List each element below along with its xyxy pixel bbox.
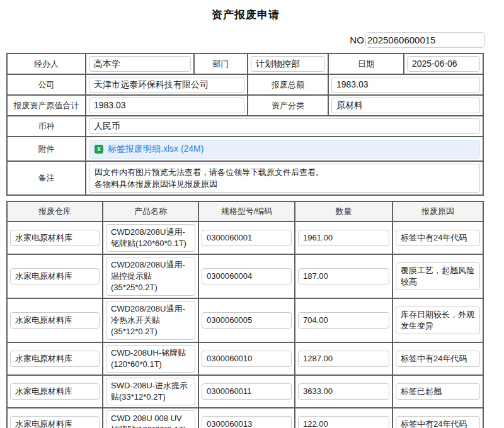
- asset-scrap-application-page: 资产报废申请 NO.2025060600015 经办人 高本学 部门 计划物控部…: [6, 0, 485, 428]
- warehouse-input[interactable]: 水家电原材料库: [10, 268, 100, 284]
- original-total-label: 报废资产原值合计: [7, 95, 86, 116]
- currency-label: 币种: [7, 116, 86, 137]
- item-row: 水家电原材料库 SWD-208U-进水提示贴(33*12*0.2T) 03000…: [7, 375, 483, 408]
- form-row-remark: 备注 因文件内有图片预览无法查看，请各位领导下载原文件后查看。 各物料具体报废原…: [7, 161, 483, 195]
- code-input[interactable]: 0300060005: [202, 312, 292, 329]
- remark-label: 备注: [7, 161, 86, 195]
- scrap-items-table: 报废仓库 产品名称 规格型号/编码 数量 报废原因 水家电原材料库 CWD208…: [6, 201, 484, 428]
- form-row-original-total: 报废资产原值合计 1983.03 资产分类 原材料: [7, 95, 483, 116]
- product-input[interactable]: SWD-208U-进水提示贴(33*12*0.2T): [106, 378, 195, 405]
- remark-textarea[interactable]: 因文件内有图片预览无法查看，请各位领导下载原文件后查看。 各物料具体报废原因详见…: [89, 164, 480, 193]
- doc-number-label: NO.: [350, 35, 367, 45]
- code-input[interactable]: 0300060011: [202, 383, 292, 400]
- handler-input[interactable]: 高本学: [89, 56, 191, 72]
- header-warehouse: 报废仓库: [7, 201, 103, 222]
- items-header-row: 报废仓库 产品名称 规格型号/编码 数量 报废原因: [7, 201, 483, 222]
- date-label: 日期: [328, 54, 404, 74]
- reason-input[interactable]: 标签中有24年代码: [396, 230, 480, 246]
- asset-category-label: 资产分类: [248, 95, 328, 116]
- code-input[interactable]: 0300060013: [202, 416, 292, 428]
- dept-cell: 计划物控部: [248, 54, 328, 74]
- scrap-total-label: 报废总额: [248, 74, 328, 95]
- code-input[interactable]: 0300060010: [202, 351, 292, 367]
- product-input[interactable]: CWD208/208U通用-温控提示贴(35*25*0.2T): [106, 257, 195, 296]
- reason-input[interactable]: 覆膜工艺，起翘风险较高: [396, 262, 480, 290]
- attachment-cell: x 标签报废明细.xlsx (24M): [86, 137, 483, 161]
- product-input[interactable]: CWD 208U 008 UV 铭牌贴(120*60*0.1T): [106, 410, 195, 428]
- reason-input[interactable]: 库存日期较长，外观发生变异: [396, 307, 480, 334]
- item-row: 水家电原材料库 CWD208/208U通用-温控提示贴(35*25*0.2T) …: [7, 254, 483, 298]
- item-row: 水家电原材料库 CWD 208U 008 UV 铭牌贴(120*60*0.1T)…: [7, 408, 483, 428]
- product-input[interactable]: CWD208/208U通用-铭牌贴(120*60*0.1T): [106, 224, 195, 252]
- date-cell: 2025-06-06: [404, 54, 483, 74]
- warehouse-input[interactable]: 水家电原材料库: [10, 230, 100, 246]
- doc-number-input[interactable]: 2025060600015: [365, 32, 485, 48]
- page-title: 资产报废申请: [6, 8, 485, 22]
- product-input[interactable]: CWD208/208U通用-冷热水开关贴(35*12*0.2T): [106, 301, 195, 340]
- header-code: 规格型号/编码: [198, 201, 295, 222]
- asset-category-cell: 原材料: [328, 95, 483, 116]
- dept-input[interactable]: 计划物控部: [251, 56, 325, 72]
- header-qty: 数量: [295, 201, 392, 222]
- form-table: 经办人 高本学 部门 计划物控部 日期 2025-06-06 公司 天津市远泰环…: [6, 53, 484, 196]
- warehouse-input[interactable]: 水家电原材料库: [10, 351, 100, 367]
- attachment-label: 附件: [7, 137, 86, 161]
- original-total-input[interactable]: 1983.03: [89, 98, 244, 113]
- remark-line-1: 因文件内有图片预览无法查看，请各位领导下载原文件后查看。: [94, 166, 474, 178]
- header-product: 产品名称: [103, 201, 198, 222]
- doc-number-row: NO.2025060600015: [6, 32, 485, 48]
- reason-input[interactable]: 标签中有24年代码: [396, 416, 480, 428]
- form-row-currency: 币种 人民币: [7, 116, 483, 137]
- currency-cell: 人民币: [86, 116, 483, 137]
- attachment-link[interactable]: 标签报废明细.xlsx (24M): [108, 144, 203, 155]
- original-total-cell: 1983.03: [86, 95, 248, 116]
- product-input[interactable]: CWD-208UH-铭牌贴(120*60*0.1T): [106, 345, 195, 373]
- reason-input[interactable]: 标签中有24年代码: [396, 351, 480, 367]
- qty-input[interactable]: 122.00: [298, 416, 389, 428]
- form-row-attachment: 附件 x 标签报废明细.xlsx (24M): [7, 137, 483, 161]
- dept-label: 部门: [194, 54, 248, 74]
- code-input[interactable]: 0300060001: [202, 230, 292, 246]
- attachment-field: x 标签报废明细.xlsx (24M): [89, 140, 480, 159]
- qty-input[interactable]: 1287.00: [298, 351, 389, 367]
- header-reason: 报废原因: [392, 201, 483, 222]
- remark-cell: 因文件内有图片预览无法查看，请各位领导下载原文件后查看。 各物料具体报废原因详见…: [86, 161, 483, 195]
- warehouse-input[interactable]: 水家电原材料库: [10, 312, 100, 329]
- asset-category-input[interactable]: 原材料: [331, 98, 480, 113]
- company-cell: 天津市远泰环保科技有限公司: [86, 74, 248, 95]
- form-row-company: 公司 天津市远泰环保科技有限公司 报废总额 1983.03: [7, 74, 483, 95]
- qty-input[interactable]: 187.00: [298, 268, 389, 284]
- company-input[interactable]: 天津市远泰环保科技有限公司: [89, 77, 244, 93]
- form-row-handler: 经办人 高本学 部门 计划物控部 日期 2025-06-06: [7, 54, 483, 74]
- qty-input[interactable]: 704.00: [298, 312, 389, 329]
- qty-input[interactable]: 1961.00: [298, 230, 389, 246]
- warehouse-input[interactable]: 水家电原材料库: [10, 383, 100, 400]
- qty-input[interactable]: 3633.00: [298, 383, 389, 400]
- company-label: 公司: [7, 74, 86, 95]
- warehouse-input[interactable]: 水家电原材料库: [10, 416, 100, 428]
- excel-file-icon: x: [94, 145, 103, 154]
- item-row: 水家电原材料库 CWD208/208U通用-铭牌贴(120*60*0.1T) 0…: [7, 222, 483, 254]
- handler-cell: 高本学: [86, 54, 194, 74]
- item-row: 水家电原材料库 CWD208/208U通用-冷热水开关贴(35*12*0.2T)…: [7, 298, 483, 342]
- reason-input[interactable]: 标签已起翘: [396, 383, 480, 400]
- scrap-total-cell: 1983.03: [328, 74, 483, 95]
- scrap-total-input[interactable]: 1983.03: [331, 77, 480, 93]
- item-row: 水家电原材料库 CWD-208UH-铭牌贴(120*60*0.1T) 03000…: [7, 342, 483, 375]
- handler-label: 经办人: [7, 54, 86, 74]
- remark-line-2: 各物料具体报废原因详见报废原因: [94, 178, 474, 190]
- date-input[interactable]: 2025-06-06: [407, 56, 480, 72]
- code-input[interactable]: 0300060004: [202, 268, 292, 284]
- currency-input[interactable]: 人民币: [89, 118, 480, 134]
